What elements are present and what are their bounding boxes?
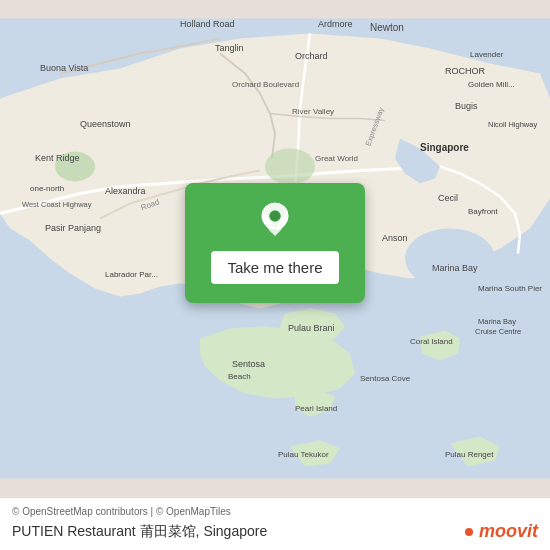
svg-text:Singapore: Singapore xyxy=(420,142,469,153)
svg-text:Sentosa: Sentosa xyxy=(232,359,265,369)
svg-text:Lavender: Lavender xyxy=(470,50,504,59)
svg-text:Bugis: Bugis xyxy=(455,101,478,111)
svg-text:Pulau Brani: Pulau Brani xyxy=(288,323,335,333)
action-card[interactable]: Take me there xyxy=(185,183,365,303)
take-me-there-button[interactable]: Take me there xyxy=(211,251,338,284)
svg-text:Pulau Renget: Pulau Renget xyxy=(445,450,494,459)
svg-point-46 xyxy=(270,211,280,221)
moovit-brand-text: moovit xyxy=(479,521,538,542)
bottom-bar: © OpenStreetMap contributors | © OpenMap… xyxy=(0,497,550,550)
svg-text:Marina Bay: Marina Bay xyxy=(432,263,478,273)
svg-text:Great World: Great World xyxy=(315,154,358,163)
svg-text:Cecil: Cecil xyxy=(438,193,458,203)
svg-text:ROCHOR: ROCHOR xyxy=(445,66,485,76)
svg-text:Anson: Anson xyxy=(382,233,408,243)
svg-text:Tanglin: Tanglin xyxy=(215,43,244,53)
svg-text:Marina Bay: Marina Bay xyxy=(478,317,516,326)
map-container: Newton Orchard Queenstown Singapore Alex… xyxy=(0,0,550,497)
svg-text:Coral Island: Coral Island xyxy=(410,337,453,346)
svg-point-3 xyxy=(265,149,315,185)
restaurant-info: PUTIEN Restaurant 莆田菜馆, Singapore moovit xyxy=(12,521,538,542)
svg-point-1 xyxy=(405,229,495,289)
svg-text:Pulau Tekukor: Pulau Tekukor xyxy=(278,450,329,459)
svg-text:Nicoll Highway: Nicoll Highway xyxy=(488,120,537,129)
moovit-logo: moovit xyxy=(465,521,538,542)
svg-text:Cruise Centre: Cruise Centre xyxy=(475,327,521,336)
svg-text:Golden Mill...: Golden Mill... xyxy=(468,80,515,89)
svg-text:Alexandra: Alexandra xyxy=(105,186,146,196)
svg-text:Holland Road: Holland Road xyxy=(180,19,235,29)
svg-text:West Coast Highway: West Coast Highway xyxy=(22,200,92,209)
svg-text:Queenstown: Queenstown xyxy=(80,119,131,129)
svg-text:Labrador Par...: Labrador Par... xyxy=(105,270,158,279)
restaurant-name: PUTIEN Restaurant 莆田菜馆, Singapore xyxy=(12,523,267,541)
app: Newton Orchard Queenstown Singapore Alex… xyxy=(0,0,550,550)
svg-text:Bayfront: Bayfront xyxy=(468,207,499,216)
svg-text:Orchard: Orchard xyxy=(295,51,328,61)
svg-text:Marina South Pier: Marina South Pier xyxy=(478,284,542,293)
map-attribution: © OpenStreetMap contributors | © OpenMap… xyxy=(12,506,538,517)
svg-text:Pasir Panjang: Pasir Panjang xyxy=(45,223,101,233)
svg-text:Buona Vista: Buona Vista xyxy=(40,63,88,73)
svg-text:River Valley: River Valley xyxy=(292,107,334,116)
svg-text:Orchard Boulevard: Orchard Boulevard xyxy=(232,80,299,89)
moovit-dot xyxy=(465,528,473,536)
svg-text:Sentosa Cove: Sentosa Cove xyxy=(360,374,411,383)
location-pin-icon xyxy=(255,201,295,241)
svg-text:Newton: Newton xyxy=(370,22,404,33)
svg-text:Beach: Beach xyxy=(228,372,251,381)
svg-text:Kent Ridge: Kent Ridge xyxy=(35,153,80,163)
svg-text:one-north: one-north xyxy=(30,184,64,193)
svg-text:Ardmore: Ardmore xyxy=(318,19,353,29)
svg-text:Pearl Island: Pearl Island xyxy=(295,404,337,413)
